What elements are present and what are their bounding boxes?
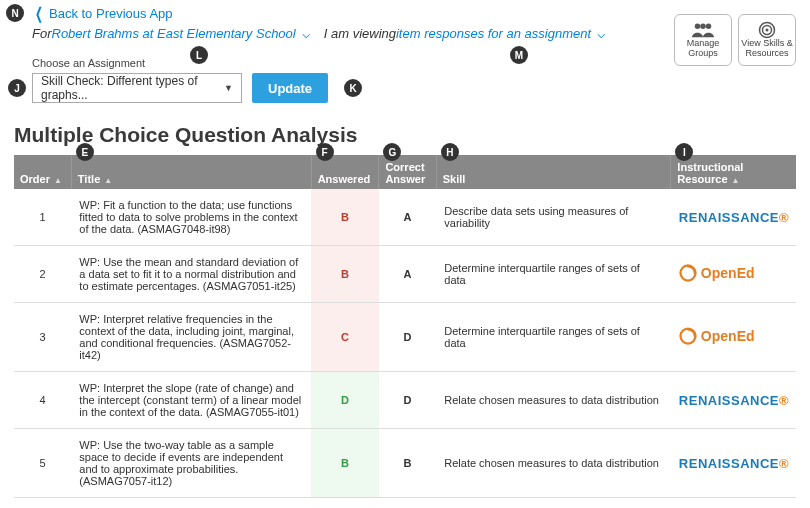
chevron-down-icon[interactable]: ⌵ <box>302 25 310 41</box>
back-link[interactable]: ❮ Back to Previous App <box>32 4 173 23</box>
callout-e: E <box>76 143 94 161</box>
col-correct-label: Correct Answer <box>385 161 425 185</box>
for-prefix: For <box>32 26 52 41</box>
cell-correct: A <box>379 189 436 246</box>
assignment-select[interactable]: Skill Check: Different types of graphs..… <box>32 73 242 103</box>
cell-skill: Relate chosen measures to data distribut… <box>436 429 671 498</box>
opened-logo: OpenEd <box>679 327 755 345</box>
col-answered[interactable]: F Answered <box>311 155 379 189</box>
table-row: 1WP: Fit a function to the data; use fun… <box>14 189 796 246</box>
renaissance-logo: RENAISSANCE® <box>679 210 789 225</box>
cell-order: 3 <box>14 303 71 372</box>
cell-answered: B <box>311 189 379 246</box>
cell-skill: Relate chosen measures to data distribut… <box>436 372 671 429</box>
svg-point-1 <box>700 24 706 29</box>
cell-correct: A <box>379 246 436 303</box>
callout-j: J <box>8 79 26 97</box>
sort-icon: ▲ <box>54 176 62 185</box>
chevron-left-icon: ❮ <box>35 4 43 23</box>
table-row: 4WP: Interpret the slope (rate of change… <box>14 372 796 429</box>
cell-title: WP: Interpret relative frequencies in th… <box>71 303 311 372</box>
renaissance-logo: RENAISSANCE® <box>679 456 789 471</box>
view-scope-link[interactable]: item responses for an assignment <box>396 26 591 41</box>
cell-resource[interactable]: OpenEd <box>671 246 796 303</box>
cell-resource[interactable]: OpenEd <box>671 303 796 372</box>
view-prefix: I am viewing <box>324 26 396 41</box>
col-skill[interactable]: H Skill <box>436 155 671 189</box>
cell-correct: D <box>379 303 436 372</box>
svg-point-0 <box>695 24 701 29</box>
callout-m: M <box>510 46 528 64</box>
cell-title: WP: Fit a function to the data; use func… <box>71 189 311 246</box>
col-title[interactable]: E Title▲ <box>71 155 311 189</box>
svg-point-5 <box>766 29 769 32</box>
table-row: 3WP: Interpret relative frequencies in t… <box>14 303 796 372</box>
analysis-table: Order▲ E Title▲ F Answered G Correct Ans… <box>14 155 796 498</box>
cell-skill: Describe data sets using measures of var… <box>436 189 671 246</box>
cell-title: WP: Use the two-way table as a sample sp… <box>71 429 311 498</box>
update-button[interactable]: Update <box>252 73 328 103</box>
cell-order: 1 <box>14 189 71 246</box>
cell-resource[interactable]: RENAISSANCE® <box>671 429 796 498</box>
cell-correct: D <box>379 372 436 429</box>
users-icon <box>692 21 714 39</box>
callout-l: L <box>190 46 208 64</box>
callout-n: N <box>6 4 24 22</box>
cell-skill: Determine interquartile ranges of sets o… <box>436 246 671 303</box>
col-title-label: Title <box>78 173 100 185</box>
renaissance-logo: RENAISSANCE® <box>679 393 789 408</box>
back-link-label: Back to Previous App <box>49 6 173 21</box>
cell-resource[interactable]: RENAISSANCE® <box>671 189 796 246</box>
assignment-selected: Skill Check: Different types of graphs..… <box>41 74 224 102</box>
col-skill-label: Skill <box>443 173 466 185</box>
for-scope-link[interactable]: Robert Brahms at East Elementary School <box>52 26 296 41</box>
callout-k: K <box>344 79 362 97</box>
col-resource[interactable]: I Instructional Resource▲ <box>671 155 796 189</box>
col-order[interactable]: Order▲ <box>14 155 71 189</box>
callout-g: G <box>383 143 401 161</box>
col-correct[interactable]: G Correct Answer <box>379 155 436 189</box>
table-row: 5WP: Use the two-way table as a sample s… <box>14 429 796 498</box>
callout-i: I <box>675 143 693 161</box>
cell-title: WP: Interpret the slope (rate of change)… <box>71 372 311 429</box>
chevron-down-icon[interactable]: ⌵ <box>597 25 605 41</box>
cell-answered: B <box>311 429 379 498</box>
cell-answered: C <box>311 303 379 372</box>
cell-correct: B <box>379 429 436 498</box>
svg-point-2 <box>706 24 712 29</box>
manage-groups-label: Manage Groups <box>677 39 729 59</box>
cell-resource[interactable]: RENAISSANCE® <box>671 372 796 429</box>
callout-h: H <box>441 143 459 161</box>
cell-order: 2 <box>14 246 71 303</box>
sort-icon: ▲ <box>732 176 740 185</box>
col-answered-label: Answered <box>318 173 371 185</box>
sort-icon: ▲ <box>104 176 112 185</box>
view-skills-button[interactable]: View Skills & Resources <box>738 14 796 66</box>
cell-order: 4 <box>14 372 71 429</box>
cell-order: 5 <box>14 429 71 498</box>
cell-title: WP: Use the mean and standard deviation … <box>71 246 311 303</box>
col-order-label: Order <box>20 173 50 185</box>
cell-answered: B <box>311 246 379 303</box>
callout-f: F <box>316 143 334 161</box>
cell-answered: D <box>311 372 379 429</box>
target-icon <box>756 21 778 39</box>
manage-groups-button[interactable]: Manage Groups <box>674 14 732 66</box>
opened-logo: OpenEd <box>679 264 755 282</box>
view-skills-label: View Skills & Resources <box>741 39 793 59</box>
cell-skill: Determine interquartile ranges of sets o… <box>436 303 671 372</box>
table-row: 2WP: Use the mean and standard deviation… <box>14 246 796 303</box>
triangle-down-icon: ▼ <box>224 83 233 93</box>
